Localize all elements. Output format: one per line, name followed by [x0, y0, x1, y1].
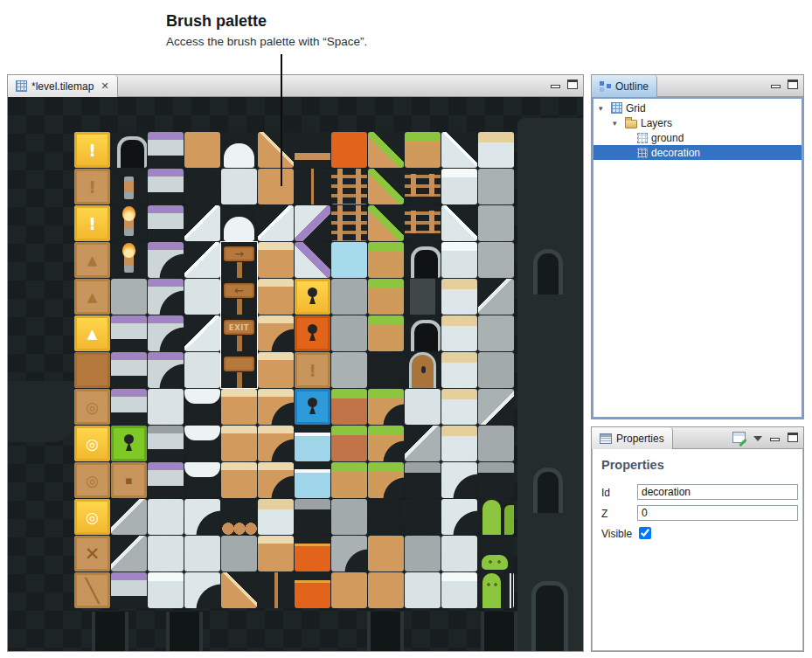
tab-close-icon[interactable]: ✕ [101, 80, 108, 92]
palette-tile-spikeP[interactable] [111, 572, 147, 608]
palette-tile-snowDiagNE[interactable] [441, 205, 477, 241]
palette-tile-ice[interactable] [184, 279, 220, 315]
palette-tile-slime[interactable] [478, 536, 514, 571]
palette-tile-stoneB[interactable] [478, 462, 514, 498]
palette-tile-grassDiagSE[interactable] [368, 132, 404, 168]
tab-properties[interactable]: Properties [592, 427, 673, 449]
expander-icon[interactable]: ▾ [613, 119, 621, 128]
palette-tile-grassRed[interactable] [331, 426, 367, 461]
palette-tile-dirtDiagNE[interactable] [221, 572, 257, 608]
palette-tile-stoneT[interactable] [221, 536, 257, 571]
palette-tile-brown[interactable] [74, 352, 110, 388]
id-input[interactable] [637, 484, 798, 500]
palette-tile-stoneT[interactable] [478, 352, 514, 388]
palette-tile-boxBcoin[interactable]: ◎ [74, 462, 110, 498]
palette-tile-sandCurve[interactable] [258, 315, 294, 351]
palette-tile-stoneDiagSE[interactable] [478, 279, 514, 315]
palette-tile-spikeP[interactable] [148, 205, 184, 241]
palette-tile-snowCurve[interactable] [441, 462, 477, 498]
palette-tile-sandSnowL[interactable] [441, 279, 477, 315]
palette-tile-torchB[interactable] [111, 169, 147, 204]
palette-tile-sandT[interactable] [221, 462, 257, 498]
palette-tile-cactusFace[interactable] [478, 572, 514, 608]
palette-tile-logs[interactable] [221, 499, 257, 535]
palette-tile-signL[interactable]: ← [221, 279, 257, 315]
palette-tile-lava[interactable] [295, 536, 330, 571]
palette-tile-sandCurve[interactable] [258, 389, 294, 425]
palette-tile-water[interactable] [331, 242, 367, 278]
palette-tile-purpleCurve[interactable] [148, 242, 184, 278]
palette-tile-purpleCurve[interactable] [148, 279, 184, 315]
palette-tile-grassChunk[interactable] [368, 352, 404, 388]
tree-item-decoration[interactable]: decoration [593, 145, 802, 160]
palette-tile-crateS[interactable]: ▪ [111, 462, 147, 498]
palette-tile-stoneT[interactable] [405, 536, 441, 571]
palette-tile-dirt[interactable] [368, 572, 404, 608]
palette-tile-stoneT[interactable] [478, 426, 514, 461]
palette-tile-spikeP[interactable] [111, 352, 147, 388]
palette-tile-crateX[interactable]: ✕ [74, 536, 110, 571]
palette-tile-dark[interactable] [184, 169, 220, 204]
palette-tile-stone[interactable] [478, 169, 514, 204]
palette-tile-snowCurve[interactable] [184, 499, 220, 535]
minimize-icon[interactable] [770, 438, 780, 441]
palette-tile-grass[interactable] [368, 315, 404, 351]
maximize-icon[interactable] [788, 80, 798, 89]
palette-tile-spikeP[interactable] [111, 389, 147, 425]
palette-tile-stoneT[interactable] [331, 315, 367, 351]
palette-tile-snowDiagNW[interactable] [184, 315, 220, 351]
tree-item-grid[interactable]: ▾ Grid [593, 100, 802, 115]
palette-tile-ropeV[interactable] [295, 169, 330, 204]
palette-tile-boxYwarn[interactable]: ▲ [74, 315, 110, 351]
palette-tile-stone[interactable] [478, 205, 514, 241]
palette-tile-grassCurve[interactable] [368, 426, 404, 461]
palette-tile-spikeP[interactable] [148, 132, 184, 168]
palette-tile-stoneB[interactable] [405, 462, 441, 498]
palette-tile-cactus[interactable] [478, 499, 514, 535]
palette-tile-grassChunk[interactable] [368, 499, 404, 535]
palette-tile-snowMound[interactable] [221, 205, 257, 241]
palette-tile-snowCurve[interactable] [184, 572, 220, 608]
visible-checkbox[interactable] [639, 527, 651, 539]
palette-tile-sandSnowL[interactable] [478, 132, 514, 168]
palette-tile-grassCurve[interactable] [368, 389, 404, 425]
palette-tile-waterW[interactable] [295, 426, 330, 461]
palette-tile-orange[interactable] [331, 132, 367, 168]
palette-tile-ice[interactable] [441, 536, 477, 571]
palette-tile-purpleDiagSW[interactable] [295, 205, 330, 241]
palette-tile-ceil[interactable] [295, 132, 330, 168]
z-input[interactable] [637, 505, 798, 521]
palette-tile-stoneDiagSE[interactable] [111, 499, 147, 535]
palette-tile-boxYexcl[interactable]: ! [74, 132, 110, 168]
palette-tile-snowDiagNW[interactable] [184, 242, 220, 278]
palette-tile-stoneDiagNW[interactable] [478, 389, 514, 425]
palette-tile-spikeP[interactable] [148, 462, 184, 498]
palette-tile-stoneCurve[interactable] [331, 536, 367, 571]
palette-tile-stone[interactable] [111, 279, 147, 315]
palette-tile-sandT[interactable] [221, 426, 257, 461]
palette-tile-sandCurve[interactable] [258, 462, 294, 498]
palette-tile-lockY[interactable] [295, 279, 330, 315]
palette-tile-stoneB[interactable] [295, 499, 330, 535]
palette-tile-ice[interactable] [405, 572, 441, 608]
palette-tile-doorTop[interactable] [111, 132, 147, 168]
palette-tile-boxBwarn[interactable]: ▲ [74, 279, 110, 315]
palette-tile-purpleCurve[interactable] [148, 352, 184, 388]
palette-tile-boxBcoin[interactable]: ◎ [74, 389, 110, 425]
palette-tile-sandCurve[interactable] [258, 426, 294, 461]
palette-tile-stone[interactable] [478, 315, 514, 351]
palette-tile-dirt[interactable] [368, 536, 404, 571]
palette-tile-doorB[interactable] [405, 352, 441, 388]
palette-tile-lava[interactable] [295, 572, 330, 608]
palette-tile-doorTop[interactable] [405, 315, 441, 351]
palette-tile-lockO[interactable] [295, 315, 330, 351]
palette-tile-sandSnowL[interactable] [441, 389, 477, 425]
palette-tile-dirt[interactable] [258, 169, 294, 204]
palette-tile-boxYcoin[interactable]: ◎ [74, 499, 110, 535]
minimize-icon[interactable] [771, 85, 781, 88]
palette-tile-stone[interactable] [478, 242, 514, 278]
palette-tile-snowCurve[interactable] [441, 499, 477, 535]
palette-tile-sandSnowL[interactable] [441, 315, 477, 351]
palette-tile-ice[interactable] [184, 352, 220, 388]
tree-item-layers[interactable]: ▾ Layers [593, 115, 802, 130]
